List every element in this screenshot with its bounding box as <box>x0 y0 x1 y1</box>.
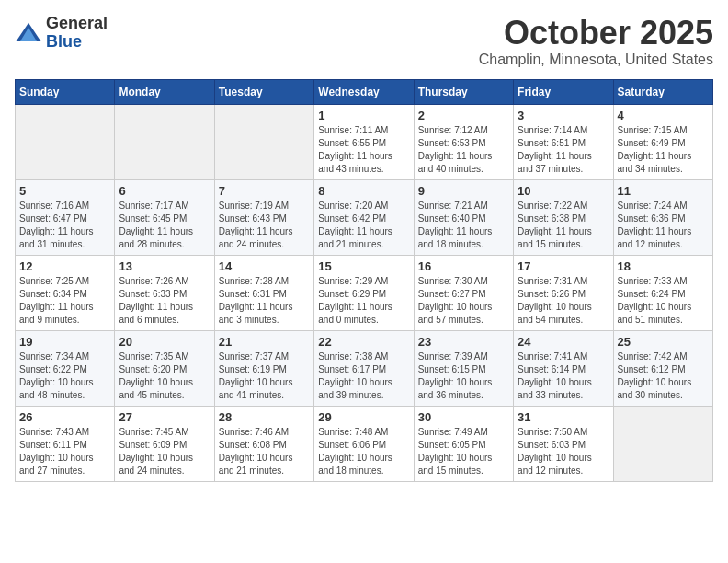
calendar-cell: 12Sunrise: 7:25 AM Sunset: 6:34 PM Dayli… <box>16 255 115 330</box>
week-row-0: 1Sunrise: 7:11 AM Sunset: 6:55 PM Daylig… <box>16 104 713 179</box>
page-header: General Blue October 2025 Champlin, Minn… <box>15 15 713 68</box>
day-info: Sunrise: 7:35 AM Sunset: 6:20 PM Dayligh… <box>119 350 210 402</box>
day-number: 16 <box>418 259 509 273</box>
day-number: 20 <box>119 335 210 349</box>
day-number: 25 <box>618 335 709 349</box>
day-number: 9 <box>418 184 509 198</box>
day-info: Sunrise: 7:14 AM Sunset: 6:51 PM Dayligh… <box>518 124 609 176</box>
calendar-cell: 16Sunrise: 7:30 AM Sunset: 6:27 PM Dayli… <box>414 255 513 330</box>
logo-icon <box>15 19 42 47</box>
day-info: Sunrise: 7:11 AM Sunset: 6:55 PM Dayligh… <box>318 124 409 176</box>
day-info: Sunrise: 7:33 AM Sunset: 6:24 PM Dayligh… <box>618 275 709 327</box>
day-number: 31 <box>518 410 609 424</box>
calendar-cell: 8Sunrise: 7:20 AM Sunset: 6:42 PM Daylig… <box>314 179 414 255</box>
calendar-cell: 6Sunrise: 7:17 AM Sunset: 6:45 PM Daylig… <box>115 179 214 255</box>
header-row: SundayMondayTuesdayWednesdayThursdayFrid… <box>16 79 713 104</box>
day-info: Sunrise: 7:49 AM Sunset: 6:05 PM Dayligh… <box>418 426 509 477</box>
day-info: Sunrise: 7:45 AM Sunset: 6:09 PM Dayligh… <box>119 426 210 477</box>
title-block: October 2025 Champlin, Minnesota, United… <box>479 15 713 68</box>
calendar-cell: 31Sunrise: 7:50 AM Sunset: 6:03 PM Dayli… <box>514 406 613 481</box>
day-info: Sunrise: 7:12 AM Sunset: 6:53 PM Dayligh… <box>418 124 509 176</box>
day-number: 3 <box>518 109 609 122</box>
day-number: 26 <box>19 410 110 424</box>
header-friday: Friday <box>514 79 613 104</box>
calendar-cell: 29Sunrise: 7:48 AM Sunset: 6:06 PM Dayli… <box>314 406 414 481</box>
week-row-1: 5Sunrise: 7:16 AM Sunset: 6:47 PM Daylig… <box>16 179 713 255</box>
logo-blue: Blue <box>46 33 108 52</box>
calendar-cell: 20Sunrise: 7:35 AM Sunset: 6:20 PM Dayli… <box>115 330 214 406</box>
day-number: 6 <box>119 184 210 198</box>
day-number: 28 <box>219 410 310 424</box>
logo-text: General Blue <box>46 15 108 52</box>
day-info: Sunrise: 7:16 AM Sunset: 6:47 PM Dayligh… <box>19 200 110 251</box>
header-monday: Monday <box>115 79 214 104</box>
calendar-cell: 22Sunrise: 7:38 AM Sunset: 6:17 PM Dayli… <box>314 330 414 406</box>
day-info: Sunrise: 7:31 AM Sunset: 6:26 PM Dayligh… <box>518 275 609 327</box>
calendar-cell: 19Sunrise: 7:34 AM Sunset: 6:22 PM Dayli… <box>16 330 115 406</box>
day-info: Sunrise: 7:43 AM Sunset: 6:11 PM Dayligh… <box>19 426 110 477</box>
calendar-cell <box>613 406 712 481</box>
day-info: Sunrise: 7:28 AM Sunset: 6:31 PM Dayligh… <box>219 275 310 327</box>
calendar-cell: 11Sunrise: 7:24 AM Sunset: 6:36 PM Dayli… <box>613 179 712 255</box>
day-info: Sunrise: 7:50 AM Sunset: 6:03 PM Dayligh… <box>518 426 609 477</box>
calendar-cell: 27Sunrise: 7:45 AM Sunset: 6:09 PM Dayli… <box>115 406 214 481</box>
day-number: 29 <box>318 410 409 424</box>
day-number: 1 <box>318 109 409 122</box>
week-row-3: 19Sunrise: 7:34 AM Sunset: 6:22 PM Dayli… <box>16 330 713 406</box>
day-number: 13 <box>119 259 210 273</box>
day-number: 12 <box>19 259 110 273</box>
day-info: Sunrise: 7:42 AM Sunset: 6:12 PM Dayligh… <box>618 350 709 402</box>
calendar-cell <box>16 104 115 179</box>
week-row-2: 12Sunrise: 7:25 AM Sunset: 6:34 PM Dayli… <box>16 255 713 330</box>
calendar-cell: 26Sunrise: 7:43 AM Sunset: 6:11 PM Dayli… <box>16 406 115 481</box>
calendar-cell: 15Sunrise: 7:29 AM Sunset: 6:29 PM Dayli… <box>314 255 414 330</box>
calendar-cell: 5Sunrise: 7:16 AM Sunset: 6:47 PM Daylig… <box>16 179 115 255</box>
day-number: 10 <box>518 184 609 198</box>
day-number: 8 <box>318 184 409 198</box>
day-info: Sunrise: 7:48 AM Sunset: 6:06 PM Dayligh… <box>318 426 409 477</box>
day-info: Sunrise: 7:39 AM Sunset: 6:15 PM Dayligh… <box>418 350 509 402</box>
day-info: Sunrise: 7:15 AM Sunset: 6:49 PM Dayligh… <box>618 124 709 176</box>
day-number: 7 <box>219 184 310 198</box>
day-info: Sunrise: 7:21 AM Sunset: 6:40 PM Dayligh… <box>418 200 509 251</box>
day-info: Sunrise: 7:25 AM Sunset: 6:34 PM Dayligh… <box>19 275 110 327</box>
calendar-cell: 17Sunrise: 7:31 AM Sunset: 6:26 PM Dayli… <box>514 255 613 330</box>
day-info: Sunrise: 7:30 AM Sunset: 6:27 PM Dayligh… <box>418 275 509 327</box>
header-saturday: Saturday <box>613 79 712 104</box>
day-info: Sunrise: 7:46 AM Sunset: 6:08 PM Dayligh… <box>219 426 310 477</box>
header-sunday: Sunday <box>16 79 115 104</box>
day-number: 17 <box>518 259 609 273</box>
calendar-cell: 14Sunrise: 7:28 AM Sunset: 6:31 PM Dayli… <box>214 255 313 330</box>
calendar-cell: 1Sunrise: 7:11 AM Sunset: 6:55 PM Daylig… <box>314 104 414 179</box>
calendar-cell <box>214 104 313 179</box>
calendar-cell: 13Sunrise: 7:26 AM Sunset: 6:33 PM Dayli… <box>115 255 214 330</box>
day-number: 15 <box>318 259 409 273</box>
day-info: Sunrise: 7:41 AM Sunset: 6:14 PM Dayligh… <box>518 350 609 402</box>
calendar-cell: 24Sunrise: 7:41 AM Sunset: 6:14 PM Dayli… <box>514 330 613 406</box>
calendar-cell: 9Sunrise: 7:21 AM Sunset: 6:40 PM Daylig… <box>414 179 513 255</box>
location: Champlin, Minnesota, United States <box>479 52 713 68</box>
calendar-cell: 4Sunrise: 7:15 AM Sunset: 6:49 PM Daylig… <box>613 104 712 179</box>
header-tuesday: Tuesday <box>214 79 313 104</box>
logo: General Blue <box>15 15 108 52</box>
day-number: 27 <box>119 410 210 424</box>
day-number: 19 <box>19 335 110 349</box>
day-info: Sunrise: 7:38 AM Sunset: 6:17 PM Dayligh… <box>318 350 409 402</box>
calendar-cell: 25Sunrise: 7:42 AM Sunset: 6:12 PM Dayli… <box>613 330 712 406</box>
calendar-cell: 30Sunrise: 7:49 AM Sunset: 6:05 PM Dayli… <box>414 406 513 481</box>
day-info: Sunrise: 7:34 AM Sunset: 6:22 PM Dayligh… <box>19 350 110 402</box>
calendar-cell: 23Sunrise: 7:39 AM Sunset: 6:15 PM Dayli… <box>414 330 513 406</box>
week-row-4: 26Sunrise: 7:43 AM Sunset: 6:11 PM Dayli… <box>16 406 713 481</box>
month-title: October 2025 <box>479 15 713 52</box>
header-thursday: Thursday <box>414 79 513 104</box>
day-number: 23 <box>418 335 509 349</box>
day-number: 14 <box>219 259 310 273</box>
calendar-cell: 21Sunrise: 7:37 AM Sunset: 6:19 PM Dayli… <box>214 330 313 406</box>
day-number: 18 <box>618 259 709 273</box>
day-info: Sunrise: 7:17 AM Sunset: 6:45 PM Dayligh… <box>119 200 210 251</box>
header-wednesday: Wednesday <box>314 79 414 104</box>
calendar-cell: 18Sunrise: 7:33 AM Sunset: 6:24 PM Dayli… <box>613 255 712 330</box>
day-number: 22 <box>318 335 409 349</box>
day-info: Sunrise: 7:19 AM Sunset: 6:43 PM Dayligh… <box>219 200 310 251</box>
day-number: 24 <box>518 335 609 349</box>
